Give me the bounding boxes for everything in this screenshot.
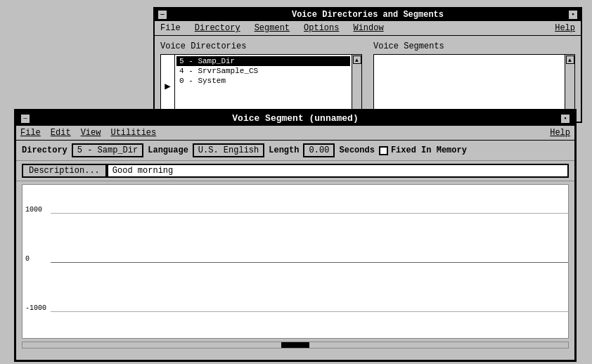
waveform-label-top: 1000 (25, 206, 42, 214)
main-window: — Voice Segment (unnamed) ▪ File Edit Vi… (14, 109, 577, 362)
main-maximize-btn[interactable]: ▪ (560, 114, 570, 124)
bottom-scrollbar[interactable] (22, 342, 569, 349)
scroll-thumb[interactable]: ▲ (353, 56, 361, 64)
main-toolbar: Directory 5 - Samp_Dir Language U.S. Eng… (16, 141, 574, 161)
bg-window: — Voice Directories and Segments ▪ File … (153, 7, 582, 123)
length-value[interactable]: 0.00 (303, 143, 335, 157)
waveform-label-bottom: -1000 (25, 304, 46, 312)
directory-label: Directory (22, 145, 67, 155)
voice-segments-list[interactable] (374, 55, 565, 117)
bg-menu-window[interactable]: Window (350, 22, 386, 34)
bg-titlebar: — Voice Directories and Segments ▪ (155, 8, 581, 21)
description-row: Description... (16, 161, 574, 181)
right-arrow-icon: ▶ (165, 80, 170, 92)
main-window-title: Voice Segment (unnamed) (30, 113, 560, 124)
bg-window-title: Voice Directories and Segments (167, 10, 568, 20)
fixed-in-memory-area: Fixed In Memory (379, 145, 467, 155)
list-item[interactable]: 5 - Samp_Dir (176, 56, 350, 66)
seconds-label: Seconds (339, 145, 374, 155)
fixed-in-memory-checkbox[interactable] (379, 146, 388, 155)
description-button[interactable]: Description... (22, 164, 107, 178)
list-item[interactable]: 0 - System (176, 76, 350, 86)
main-minimize-btn[interactable]: — (20, 114, 30, 124)
arrow-panel: ▶ (161, 55, 175, 117)
voice-directories-container: ▶ 5 - Samp_Dir 4 - SrvrSample_CS 0 - Sys… (160, 54, 362, 117)
main-menu-view[interactable]: View (81, 128, 101, 138)
scroll-indicator (281, 342, 309, 348)
waveform-line-bottom (51, 311, 568, 312)
waveform-line-center (51, 262, 568, 263)
bg-menu-directory[interactable]: Directory (192, 22, 243, 34)
voice-directories-list[interactable]: 5 - Samp_Dir 4 - SrvrSample_CS 0 - Syste… (175, 55, 352, 117)
main-menu-edit[interactable]: Edit (51, 128, 71, 138)
voice-directories-panel: Voice Directories ▶ 5 - Samp_Dir 4 - Srv… (160, 41, 362, 117)
description-input[interactable] (107, 164, 569, 178)
waveform-line-top (51, 213, 568, 214)
directory-value[interactable]: 5 - Samp_Dir (72, 143, 143, 157)
waveform-area: 1000 0 -1000 (22, 184, 569, 339)
voice-segments-label: Voice Segments (373, 41, 575, 51)
bg-menu-file[interactable]: File (157, 22, 184, 34)
length-label: Length (269, 145, 299, 155)
bg-maximize-btn[interactable]: ▪ (568, 10, 578, 20)
bg-minimize-btn[interactable]: — (157, 10, 167, 20)
voice-directories-label: Voice Directories (160, 41, 362, 51)
bg-menu-help[interactable]: Help (552, 22, 578, 34)
main-menu-utilities[interactable]: Utilities (110, 128, 156, 138)
main-menubar: File Edit View Utilities Help (16, 126, 574, 141)
language-label: Language (148, 145, 188, 155)
main-menu-file[interactable]: File (20, 128, 41, 138)
fixed-in-memory-label: Fixed In Memory (391, 145, 467, 155)
directories-scrollbar[interactable]: ▲ (352, 55, 361, 117)
voice-segments-container: ▲ (373, 54, 575, 117)
voice-segments-panel: Voice Segments ▲ (373, 41, 575, 117)
bg-menubar: File Directory Segment Options Window He… (155, 21, 581, 36)
language-value[interactable]: U.S. English (193, 143, 264, 157)
main-titlebar: — Voice Segment (unnamed) ▪ (16, 111, 574, 126)
waveform-label-mid: 0 (25, 255, 30, 263)
scroll-thumb-seg[interactable]: ▲ (566, 56, 574, 64)
list-item[interactable]: 4 - SrvrSample_CS (176, 66, 350, 76)
bg-menu-segment[interactable]: Segment (252, 22, 292, 34)
main-menu-help[interactable]: Help (550, 128, 570, 138)
bg-menu-options[interactable]: Options (301, 22, 342, 34)
segments-scrollbar[interactable]: ▲ (565, 55, 574, 117)
